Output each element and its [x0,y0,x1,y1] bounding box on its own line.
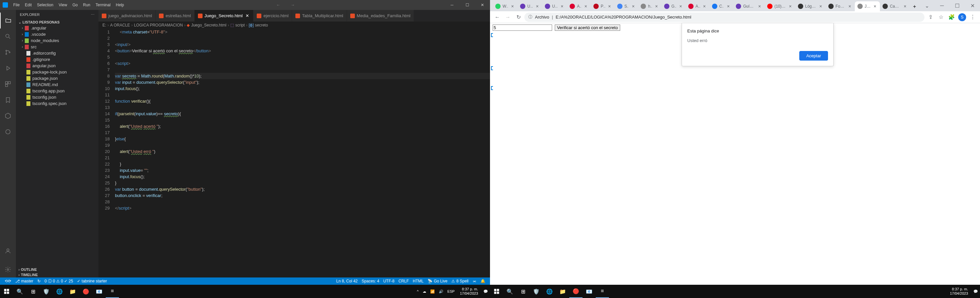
account-icon[interactable] [0,243,16,259]
tree-item[interactable]: ›.angular [16,25,99,31]
extensions-icon[interactable] [0,76,16,92]
extension-icon[interactable]: 🧩 [947,13,956,22]
browser-tab[interactable]: Casco× [880,1,910,11]
clock-left[interactable]: 8:37 p. m. 17/04/2023 [457,287,481,296]
browser-tab[interactable]: Foro |× [826,1,855,11]
verify-button[interactable]: Verificar si acertó con el secreto [555,24,620,31]
spell-check[interactable]: ⚠ 8 Spell [449,279,471,284]
outline-section[interactable]: ›OUTLINE [16,267,99,272]
close-tab-icon[interactable]: × [510,4,515,9]
editor-tab[interactable]: Tabla_Multiplicar.html [292,10,347,21]
minimize-button[interactable]: ─ [444,0,460,10]
tray-chevron-icon[interactable]: ^ [415,289,421,293]
reload-button[interactable]: ↻ [514,13,523,22]
tree-item[interactable]: package.json [16,75,99,82]
nav-forward-icon[interactable]: → [289,3,297,7]
debug-icon[interactable] [0,60,16,76]
app-icon-1[interactable]: 🛡️ [530,285,543,298]
app-icon-vscode[interactable]: ≡ [596,285,609,298]
bookmark-icon[interactable] [0,92,16,108]
clock-right[interactable]: 8:37 p. m. 17/04/2023 [947,287,971,296]
sidebar-more-icon[interactable]: ⋯ [91,13,94,17]
feedback-icon[interactable]: ⫘ [471,279,479,284]
close-tab-icon[interactable]: × [702,4,707,9]
app-icon-1[interactable]: 🛡️ [40,285,53,298]
tree-item[interactable]: ›node_modules [16,37,99,44]
close-tab-icon[interactable]: × [631,4,635,9]
app-icon-edge[interactable]: 🌐 [53,285,66,298]
close-button[interactable]: ✕ [475,0,490,10]
menu-view[interactable]: View [56,3,70,7]
close-tab-icon[interactable]: × [607,4,612,9]
notification-icon[interactable]: 💬 [971,289,980,294]
menu-help[interactable]: Help [113,3,127,7]
app-icon-vscode[interactable]: ≡ [106,285,119,298]
explorer-icon[interactable] [0,13,16,29]
problems-indicator[interactable]: 0 ⓘ 0 ⚠ 0 ✓ 25 [43,279,75,284]
tree-item[interactable]: .gitignore [16,56,99,62]
forward-button[interactable]: → [503,13,512,22]
breadcrumbs[interactable]: E:› A ORACLE› LOGICA PROGRAMACION› ◆Jueg… [99,21,490,29]
editor-tab[interactable]: estrellas.html [156,10,195,21]
branch-indicator[interactable]: ⎇ master [13,279,35,284]
tray-volume-icon[interactable]: 🔊 [437,289,445,294]
close-tab-icon[interactable]: × [535,4,539,9]
nav-back-icon[interactable]: ← [274,3,282,7]
settings-icon[interactable] [0,261,16,277]
tree-item[interactable]: tsconfig.spec.json [16,100,99,107]
language-mode[interactable]: HTML [411,279,426,284]
browser-tab[interactable]: Jue× [855,1,880,11]
search-icon[interactable] [0,29,16,44]
browser-tab[interactable]: Lógica× [795,1,826,11]
sync-icon[interactable]: ↻ [35,279,43,284]
box-icon[interactable] [0,108,16,124]
app-icon-explorer[interactable]: 📁 [556,285,569,298]
tree-item[interactable]: README.md [16,82,99,88]
taskview-icon[interactable]: ⊞ [26,285,40,298]
browser-tab[interactable]: Gu× [662,1,686,11]
menu-terminal[interactable]: Terminal [93,3,113,7]
cursor-position[interactable]: Ln 8, Col 42 [334,279,360,284]
tree-item[interactable]: package-lock.json [16,69,99,75]
app-icon-chrome[interactable]: 🔴 [569,285,582,298]
browser-tab[interactable]: Pe× [591,1,614,11]
search-taskbar-icon[interactable]: 🔍 [503,285,516,298]
chrome-minimize-button[interactable]: ─ [934,0,950,11]
app-icon-edge[interactable]: 🌐 [543,285,556,298]
chrome-close-button[interactable]: ✕ [965,0,980,11]
indentation[interactable]: Spaces: 4 [360,279,381,284]
close-tab-icon[interactable]: × [903,4,907,9]
tree-item[interactable]: .editorconfig [16,50,99,56]
start-button[interactable] [490,285,503,298]
bell-icon[interactable]: 🔔 [479,279,487,284]
tray-lang[interactable]: ESP [445,289,457,293]
code-editor[interactable]: 1234567891011121314151617181920212223242… [99,29,490,277]
source-control-icon[interactable] [0,44,16,60]
tree-item[interactable]: ›.vscode [16,31,99,37]
browser-tab[interactable]: Se× [614,1,638,11]
menu-file[interactable]: File [11,3,22,7]
tabnine-indicator[interactable]: ✓ tabnine starter [75,279,109,284]
browser-tab[interactable]: Cu× [710,1,733,11]
tree-item[interactable]: tsconfig.app.json [16,88,99,94]
browser-tab[interactable]: Uni× [517,1,542,11]
menu-edit[interactable]: Edit [22,3,34,7]
editor-tab[interactable]: Juego_Secreto.html✕ [195,10,254,21]
back-button[interactable]: ← [493,13,502,22]
close-tab-icon[interactable]: × [584,4,588,9]
menu-run[interactable]: Run [80,3,93,7]
close-tab-icon[interactable]: × [678,4,683,9]
browser-tab[interactable]: Uni× [542,1,567,11]
go-live[interactable]: 📡 Go Live [426,279,449,284]
browser-tab[interactable]: An× [686,1,710,11]
app-icon-outlook[interactable]: 📧 [582,285,596,298]
browser-tab[interactable]: An× [567,1,591,11]
browser-tab[interactable]: Wh× [493,1,517,11]
editor-tab[interactable]: ejercicio.html [253,10,292,21]
close-tab-icon[interactable]: × [873,4,877,9]
editor-tab[interactable]: juego_adivinacion.html [99,10,156,21]
sidebar-folder-header[interactable]: ⌄ LISTADO PERSONAS [16,19,99,25]
eol[interactable]: CRLF [396,279,411,284]
new-tab-button[interactable]: + [910,2,919,11]
number-input[interactable] [493,24,552,31]
